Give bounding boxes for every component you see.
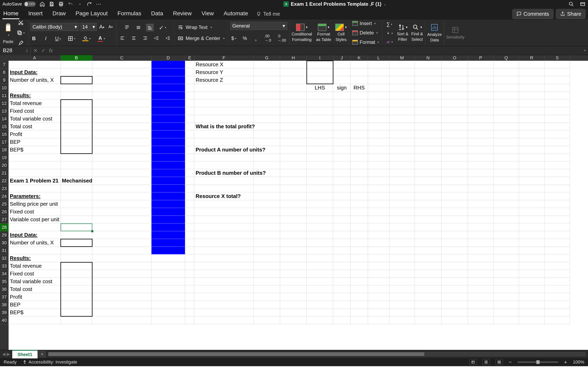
row-header-28[interactable]: 28 [0,224,9,231]
cell[interactable] [519,161,545,169]
cell[interactable] [545,239,570,247]
cell[interactable] [333,247,351,254]
zoom-out-button[interactable]: − [509,359,512,365]
cell[interactable] [185,278,194,285]
increase-indent-button[interactable] [164,34,172,42]
cell[interactable] [280,247,307,254]
cell[interactable] [307,285,333,293]
cell[interactable] [254,239,280,247]
cell[interactable] [61,200,92,208]
cell[interactable] [441,317,468,324]
cell-F9[interactable]: Resource Z [194,76,254,84]
cell[interactable] [351,115,368,123]
cell[interactable] [468,200,493,208]
cell[interactable] [92,131,151,138]
col-header-N[interactable]: N [415,55,441,61]
cell[interactable] [415,278,441,285]
cell-A39[interactable]: BEP$ [9,309,61,317]
hscroll-thumb[interactable] [48,352,424,356]
cell[interactable] [61,293,92,301]
col-header-B[interactable]: B [61,55,92,61]
cell[interactable] [333,107,351,115]
cell[interactable] [333,293,351,301]
cell-A15[interactable]: Total cost [9,123,61,131]
cell[interactable] [389,161,415,169]
cell[interactable] [415,224,441,231]
cell[interactable] [545,161,570,169]
cell[interactable] [194,231,254,239]
cell[interactable] [280,278,307,285]
cell[interactable] [9,161,61,169]
cell[interactable] [441,231,468,239]
cell[interactable] [519,138,545,146]
cell[interactable] [415,161,441,169]
cell[interactable] [493,309,519,317]
cell[interactable] [280,146,307,154]
cell[interactable] [185,231,194,239]
cell[interactable] [92,239,151,247]
cell[interactable] [280,123,307,131]
cell[interactable] [254,92,280,100]
cell[interactable] [61,285,92,293]
cell[interactable] [61,270,92,278]
cell[interactable] [368,138,389,146]
cell-A34[interactable]: Fixed cost [9,270,61,278]
row-header-25[interactable]: 25 [0,200,9,208]
cell[interactable] [92,154,151,161]
cell[interactable] [368,115,389,123]
cell-A12[interactable]: Total revenue [9,100,61,107]
cell[interactable] [254,247,280,254]
increase-decimal-button[interactable]: .00→.0 [263,33,272,44]
cell[interactable] [368,270,389,278]
cell[interactable] [415,293,441,301]
cell[interactable] [493,161,519,169]
cell[interactable] [254,161,280,169]
cell[interactable] [307,309,333,317]
cell[interactable] [468,224,493,231]
cell[interactable] [493,247,519,254]
cell[interactable] [280,200,307,208]
cell[interactable] [493,239,519,247]
cell[interactable] [333,146,351,154]
cell-A37[interactable]: Profit [9,293,61,301]
col-header-H[interactable]: H [280,55,307,61]
cell[interactable] [351,68,368,76]
cell[interactable] [368,76,389,84]
align-middle-button[interactable] [135,24,142,31]
cell[interactable] [280,185,307,192]
cell[interactable] [468,216,493,224]
cell[interactable] [441,84,468,92]
cell[interactable] [194,208,254,216]
view-page-layout-button[interactable] [483,359,490,365]
cell[interactable] [351,254,368,262]
cell[interactable] [545,216,570,224]
cell[interactable] [194,177,254,185]
cell[interactable] [545,100,570,107]
cell[interactable] [61,68,92,76]
cell[interactable] [333,61,351,68]
cell[interactable] [61,115,92,123]
cell[interactable] [280,177,307,185]
decrease-indent-button[interactable] [153,34,160,42]
cell[interactable] [389,200,415,208]
cell[interactable] [194,239,254,247]
cell[interactable] [333,92,351,100]
cell[interactable] [545,262,570,270]
cell-A14[interactable]: Total variable cost [9,115,61,123]
cell[interactable] [519,309,545,317]
cell[interactable] [194,115,254,123]
row-header-10[interactable]: 10 [0,84,9,92]
cell[interactable] [545,200,570,208]
row-header-40[interactable]: 40 [0,317,9,324]
cell[interactable] [368,107,389,115]
cell[interactable] [9,317,61,324]
cell[interactable] [368,285,389,293]
cell[interactable] [415,301,441,309]
conditional-formatting-button[interactable]: ▾ Conditional Formatting [292,24,312,42]
cell[interactable] [468,231,493,239]
cell[interactable] [545,224,570,231]
cell[interactable] [468,309,493,317]
cell[interactable] [92,169,151,177]
cell-F7[interactable]: Resource X [194,61,254,68]
tab-insert[interactable]: Insert [27,8,43,19]
